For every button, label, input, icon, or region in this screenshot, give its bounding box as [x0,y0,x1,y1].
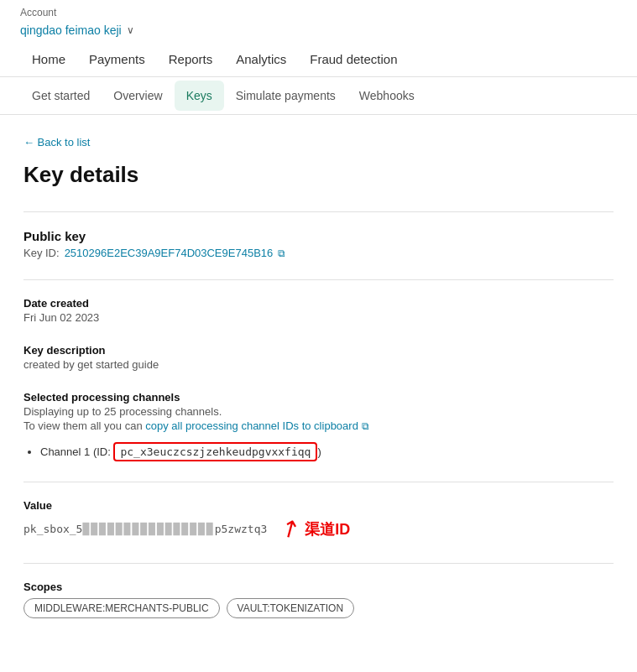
key-id-value: 2510296E2EC39A9EF74D03CE9E745B16 [65,247,274,259]
copy-key-id-icon[interactable]: ⧉ [278,247,285,259]
value-section: Value pk_sbox_5████████████████p5zwztq3 … [23,499,614,543]
annotation-text: 渠道ID [305,519,350,539]
account-label: Account [0,0,637,22]
back-to-list-link[interactable]: ← Back to list [23,136,90,148]
tab-get-started[interactable]: Get started [20,81,102,111]
value-annotation: ↗ 渠道ID [280,515,350,543]
value-suffix: p5zwztq3 [215,523,268,535]
page-content: ← Back to list Key details Public key Ke… [0,115,637,659]
value-middle: ████████████████ [82,523,214,535]
scopes-section: Scopes MIDDLEWARE:MERCHANTS-PUBLIC VAULT… [23,581,614,618]
channels-label: Selected processing channels [23,391,614,404]
key-id-label: Key ID: [23,247,60,259]
value-label: Value [23,499,614,512]
tab-overview[interactable]: Overview [102,81,174,111]
divider-1 [23,211,614,212]
date-created-label: Date created [23,297,614,310]
public-key-section: Public key Key ID: 2510296E2EC39A9EF74D0… [23,229,614,259]
nav-reports[interactable]: Reports [157,42,225,76]
nav-payments[interactable]: Payments [77,42,157,76]
channel-list-item: Channel 1 (ID: pc_x3euczcszjzehkeudpgvxx… [40,442,614,461]
value-prefix: pk_sbox_5 [23,523,82,535]
key-description-value: created by get started guide [23,358,614,371]
processing-channels-section: Selected processing channels Displaying … [23,391,614,461]
divider-3 [23,482,614,482]
scope-badge-vault: VAULT:TOKENIZATION [227,598,354,618]
copy-channels-link[interactable]: copy all processing channel IDs to clipb… [145,419,358,432]
date-created-value: Fri Jun 02 2023 [23,311,614,324]
channel-id-value: pc_x3euczcszjzehkeudpgvxxfiqq [113,442,317,461]
key-description-section: Key description created by get started g… [23,344,614,371]
channels-link-row: To view them all you can copy all proces… [23,419,614,432]
channel-suffix: ) [317,445,321,458]
sub-nav: Get started Overview Keys Simulate payme… [0,77,637,115]
page-title: Key details [23,162,614,188]
tab-webhooks[interactable]: Webhooks [347,81,426,111]
divider-4 [23,563,614,564]
divider-2 [23,279,614,280]
value-masked: pk_sbox_5████████████████p5zwztq3 [23,523,267,535]
nav-analytics[interactable]: Analytics [224,42,298,76]
tab-keys[interactable]: Keys [175,81,224,111]
date-created-section: Date created Fri Jun 02 2023 [23,297,614,324]
copy-channels-icon[interactable]: ⧉ [362,420,369,432]
tab-simulate-payments[interactable]: Simulate payments [224,81,347,111]
channel-label: Channel 1 (ID: [40,445,111,458]
key-description-label: Key description [23,344,614,357]
channels-note: Displaying up to 25 processing channels. [23,405,614,418]
chevron-down-icon: ∨ [127,24,134,36]
main-nav: Home Payments Reports Analytics Fraud de… [0,42,637,77]
scope-badge-middleware: MIDDLEWARE:MERCHANTS-PUBLIC [23,598,220,618]
public-key-title: Public key [23,229,614,243]
nav-fraud-detection[interactable]: Fraud detection [298,42,409,76]
nav-home[interactable]: Home [20,42,77,76]
scopes-label: Scopes [23,581,614,593]
channel-list: Channel 1 (ID: pc_x3euczcszjzehkeudpgvxx… [23,442,614,461]
channels-link-prefix: To view them all you can [23,419,145,432]
account-name[interactable]: qingdao feimao keji [20,23,122,37]
scope-badges-container: MIDDLEWARE:MERCHANTS-PUBLIC VAULT:TOKENI… [23,598,614,618]
arrow-icon: ↗ [275,512,305,545]
